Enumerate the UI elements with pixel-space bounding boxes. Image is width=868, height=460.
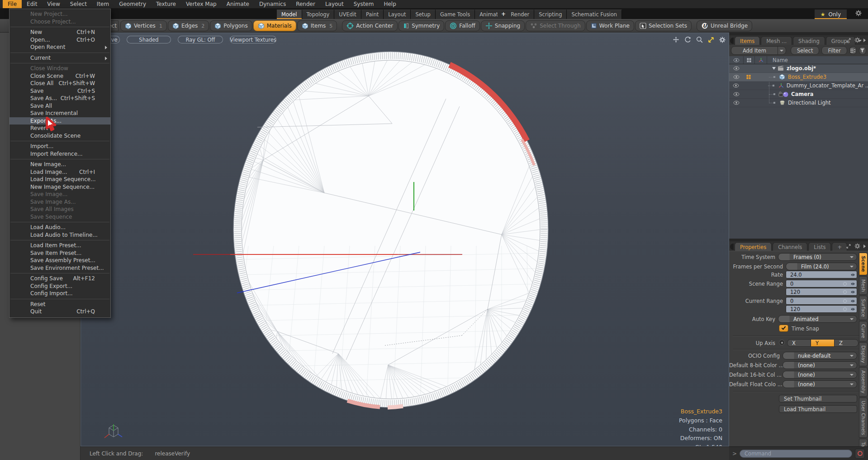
shaded-pill-button[interactable]: Shaded — [127, 36, 171, 43]
properties-panel-tab[interactable]: Lists — [808, 242, 831, 251]
load-thumbnail-button[interactable]: Load Thumbnail — [779, 405, 857, 413]
menu-item[interactable]: Load Image... Ctrl+I — [9, 168, 110, 176]
keyframe-dot-icon[interactable] — [843, 282, 847, 286]
menubar-item[interactable]: Dynamics — [254, 0, 291, 8]
menubar-item[interactable]: Help — [379, 0, 401, 8]
item-row-camera[interactable]: Camera — [729, 90, 868, 99]
add-item-button[interactable]: Add Item — [731, 46, 786, 55]
pan-icon[interactable] — [673, 36, 679, 43]
mode-materials-button[interactable]: Materials — [253, 20, 296, 31]
workspace-tab[interactable]: Render — [506, 10, 534, 19]
properties-panel-tab[interactable]: + — [832, 242, 847, 251]
eye-icon[interactable] — [733, 101, 740, 105]
rate-field[interactable]: 24.0 — [786, 271, 857, 278]
gear-icon[interactable] — [854, 243, 860, 249]
properties-panel-tab[interactable]: Properties — [735, 242, 772, 251]
eye-icon[interactable] — [733, 75, 740, 79]
properties-panel-tab[interactable]: Channels — [773, 242, 807, 251]
work-plane-button[interactable]: Work Plane — [586, 20, 634, 31]
command-input[interactable] — [740, 450, 852, 458]
menu-item[interactable]: Save All Images — [9, 206, 110, 213]
item-row-locator[interactable]: Dummy_Locator_Template_Ar ... — [729, 81, 868, 90]
menu-item[interactable]: New Image Sequence... — [9, 183, 110, 191]
menu-item[interactable]: Import Reference... — [9, 150, 110, 158]
items-panel-tab[interactable]: Shading — [793, 36, 825, 45]
time-snap-checkbox[interactable] — [779, 325, 788, 332]
menu-item[interactable]: Reset — [9, 301, 110, 308]
items-panel-tab[interactable]: Items — [735, 36, 760, 45]
side-tab[interactable]: Surface — [859, 296, 868, 320]
scene-range-end-field[interactable]: 120 — [786, 288, 857, 296]
menu-item[interactable]: Save Sequence — [9, 213, 110, 221]
axis-y-option[interactable]: Y — [811, 340, 835, 346]
raygl-pill-button[interactable]: Ray GL: Off — [178, 36, 223, 43]
menu-item[interactable]: Save As... Ctrl+Shift+S — [9, 95, 110, 102]
filter-button[interactable]: Filter — [821, 46, 847, 55]
expand-panel-icon[interactable] — [846, 244, 851, 249]
menubar-item[interactable]: Vertex Map — [181, 0, 222, 8]
keyframe-dot-icon[interactable] — [843, 299, 847, 303]
menu-item[interactable]: Open... Ctrl+O — [9, 36, 110, 44]
eye-icon[interactable] — [733, 92, 740, 96]
viewport-3d[interactable]: ive Shaded Ray GL: Off Viewport Textures… — [81, 33, 729, 446]
menu-item[interactable]: Current — [9, 54, 110, 62]
side-tab[interactable]: User Channels — [859, 398, 868, 438]
menu-item[interactable]: Save Image... — [9, 191, 110, 198]
menu-item[interactable]: Save Environment Preset... — [9, 264, 110, 272]
menu-item[interactable]: Export As... — [9, 117, 110, 125]
fps-dropdown[interactable]: Film (24.0) — [786, 263, 857, 270]
item-row-scene[interactable]: zlogo.obj* — [729, 64, 868, 73]
keyframe-dot-icon[interactable] — [843, 307, 847, 311]
menu-item[interactable]: Quit Ctrl+Q — [9, 308, 110, 316]
filter-funnel-button[interactable] — [859, 46, 866, 55]
ocio-config-dropdown[interactable]: nuke-default — [783, 352, 857, 359]
action-center-button[interactable]: Action Center — [342, 20, 398, 31]
orbit-icon[interactable] — [684, 36, 691, 43]
axis-x-option[interactable]: X — [787, 340, 811, 346]
menu-item[interactable]: New Project... — [9, 10, 110, 18]
default-16bit-dropdown[interactable]: (none) — [783, 371, 857, 379]
menu-item[interactable]: Close All Ctrl+Shift+W — [9, 80, 110, 87]
menu-item[interactable]: Load Audio... — [9, 224, 110, 231]
only-toggle-button[interactable]: ★ Only — [815, 10, 847, 19]
default-float-dropdown[interactable]: (none) — [783, 380, 857, 388]
menu-item[interactable]: Consolidate Scene — [9, 132, 110, 140]
up-axis-radio[interactable] — [779, 340, 785, 345]
scene-range-start-field[interactable]: 0 — [786, 280, 857, 288]
menubar-item[interactable]: Select — [65, 0, 92, 8]
side-tab[interactable]: Curve — [859, 321, 868, 341]
workspace-tab[interactable]: UVEdit — [334, 10, 361, 19]
menu-item[interactable]: Save Incremental — [9, 110, 110, 117]
default-8bit-dropdown[interactable]: (none) — [783, 361, 857, 369]
macro-record-button[interactable] — [855, 449, 865, 459]
axis-z-option[interactable]: Z — [835, 340, 858, 346]
menu-item[interactable]: Choose Project... — [9, 18, 110, 26]
menubar-item[interactable]: System — [349, 0, 379, 8]
menu-item[interactable]: Load Image Sequence... — [9, 176, 110, 183]
menu-item[interactable]: Close Scene Ctrl+W — [9, 72, 110, 80]
menubar-item[interactable]: Item — [92, 0, 114, 8]
add-item-dropdown[interactable] — [778, 47, 786, 54]
menubar-item[interactable]: Layout — [320, 0, 349, 8]
menu-item[interactable]: Save Item Preset... — [9, 249, 110, 257]
menu-item[interactable]: Revert — [9, 125, 110, 132]
menu-item[interactable]: Load Audio to Timeline... — [9, 231, 110, 239]
side-tab[interactable]: Mesh — [859, 276, 868, 295]
menubar-item[interactable]: File — [3, 0, 22, 8]
item-row-mesh-selected[interactable]: Boss_Extrude3 — [729, 73, 868, 81]
menubar-item[interactable]: Animate — [222, 0, 254, 8]
side-tab[interactable]: Display — [859, 342, 868, 366]
items-panel-tab[interactable]: Mesh ... — [761, 36, 792, 45]
list-options-button[interactable] — [849, 46, 857, 55]
workspace-tab[interactable]: Paint — [361, 10, 384, 19]
workspace-tab[interactable]: Setup — [411, 10, 435, 19]
side-tab[interactable]: Assembly — [859, 367, 868, 397]
workspace-tab[interactable]: Layout — [384, 10, 411, 19]
menu-item[interactable]: New Image... — [9, 161, 110, 168]
workspace-tab[interactable]: Schematic Fusion — [567, 10, 622, 19]
menu-item[interactable]: Config Import... — [9, 290, 110, 297]
workspace-tab[interactable]: Model — [277, 10, 302, 19]
panel-corner-icon[interactable] — [730, 244, 734, 250]
eye-icon[interactable] — [733, 83, 739, 88]
gear-icon[interactable] — [854, 37, 860, 43]
